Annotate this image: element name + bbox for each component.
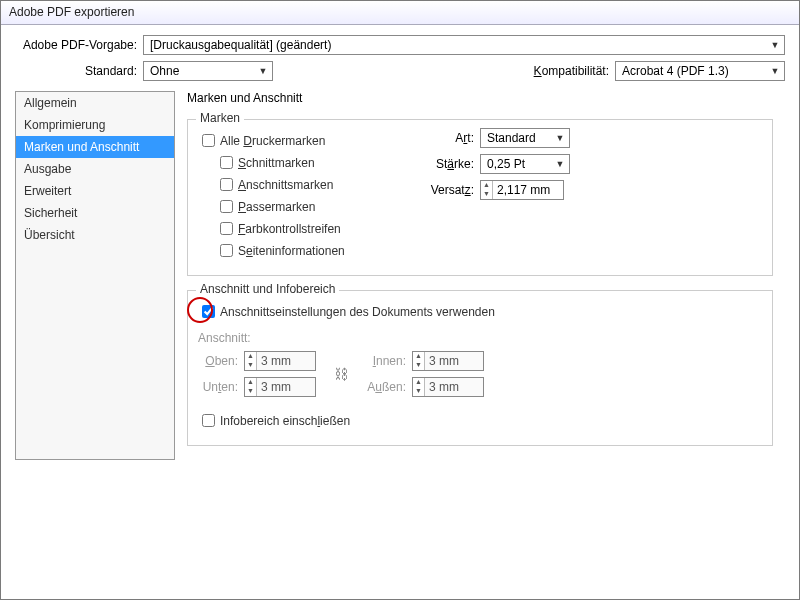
- spin-up-icon[interactable]: ▲: [413, 378, 424, 387]
- mark-type-combo[interactable]: Standard▼: [480, 128, 570, 148]
- bleed-top-spin[interactable]: ▲▼: [244, 351, 316, 371]
- bleed-marks-checkbox[interactable]: [220, 178, 233, 191]
- bleed-bottom-input: [257, 378, 315, 396]
- spin-up-icon[interactable]: ▲: [413, 352, 424, 361]
- spin-up-icon[interactable]: ▲: [245, 378, 256, 387]
- all-marks-label: Alle Druckermarken: [220, 134, 325, 148]
- chevron-down-icon: ▼: [768, 66, 782, 76]
- crop-marks-checkbox[interactable]: [220, 156, 233, 169]
- mark-offset-input[interactable]: [493, 181, 563, 199]
- sidebar-item-compression[interactable]: Komprimierung: [16, 114, 174, 136]
- spin-down-icon[interactable]: ▼: [245, 387, 256, 396]
- sidebar-item-security[interactable]: Sicherheit: [16, 202, 174, 224]
- spin-down-icon[interactable]: ▼: [481, 190, 492, 199]
- color-bars-checkbox[interactable]: [220, 222, 233, 235]
- bleed-group: Anschnitt und Infobereich Anschnittseins…: [187, 290, 773, 446]
- bleed-top-label: Oben:: [198, 354, 244, 368]
- standard-label: Standard:: [15, 64, 143, 78]
- bleed-inner-input: [425, 352, 483, 370]
- compat-combo[interactable]: Acrobat 4 (PDF 1.3) ▼: [615, 61, 785, 81]
- use-document-bleed-label: Anschnittseinstellungen des Dokuments ve…: [220, 305, 495, 319]
- mark-type-label: Art:: [428, 131, 480, 145]
- link-icon[interactable]: ⛓: [334, 366, 348, 382]
- mark-weight-label: Stärke:: [428, 157, 480, 171]
- bleed-bottom-label: Unten:: [198, 380, 244, 394]
- mark-weight-combo[interactable]: 0,25 Pt▼: [480, 154, 570, 174]
- marks-group-title: Marken: [196, 111, 244, 125]
- include-slug-label: Infobereich einschließen: [220, 414, 350, 428]
- all-marks-checkbox[interactable]: [202, 134, 215, 147]
- registration-marks-checkbox[interactable]: [220, 200, 233, 213]
- bleed-outer-spin[interactable]: ▲▼: [412, 377, 484, 397]
- preset-value: [Druckausgabequalität] (geändert): [150, 38, 768, 52]
- category-sidebar: Allgemein Komprimierung Marken und Ansch…: [15, 91, 175, 460]
- bleed-outer-input: [425, 378, 483, 396]
- bleed-group-title: Anschnitt und Infobereich: [196, 282, 339, 296]
- registration-marks-label: Passermarken: [238, 200, 315, 214]
- spin-down-icon[interactable]: ▼: [245, 361, 256, 370]
- export-pdf-dialog: Adobe PDF exportieren Adobe PDF-Vorgabe:…: [0, 0, 800, 600]
- page-heading: Marken und Anschnitt: [187, 91, 773, 105]
- standard-combo[interactable]: Ohne ▼: [143, 61, 273, 81]
- crop-marks-label: Schnittmarken: [238, 156, 315, 170]
- page-info-label: Seiteninformationen: [238, 244, 345, 258]
- sidebar-item-advanced[interactable]: Erweitert: [16, 180, 174, 202]
- bleed-marks-label: Anschnittsmarken: [238, 178, 333, 192]
- sidebar-item-output[interactable]: Ausgabe: [16, 158, 174, 180]
- mark-offset-label: Versatz:: [428, 183, 480, 197]
- mark-offset-spin[interactable]: ▲▼: [480, 180, 564, 200]
- color-bars-label: Farbkontrollstreifen: [238, 222, 341, 236]
- preset-label: Adobe PDF-Vorgabe:: [15, 38, 143, 52]
- bleed-subhead: Anschnitt:: [198, 331, 762, 345]
- mark-weight-value: 0,25 Pt: [487, 157, 553, 171]
- spin-up-icon[interactable]: ▲: [481, 181, 492, 190]
- chevron-down-icon: ▼: [768, 40, 782, 50]
- sidebar-item-general[interactable]: Allgemein: [16, 92, 174, 114]
- mark-type-value: Standard: [487, 131, 553, 145]
- compat-value: Acrobat 4 (PDF 1.3): [622, 64, 768, 78]
- bleed-outer-label: Außen:: [366, 380, 412, 394]
- include-slug-checkbox[interactable]: [202, 414, 215, 427]
- window-title: Adobe PDF exportieren: [1, 1, 799, 25]
- sidebar-item-marks-bleed[interactable]: Marken und Anschnitt: [16, 136, 174, 158]
- spin-down-icon[interactable]: ▼: [413, 361, 424, 370]
- use-document-bleed-checkbox[interactable]: [202, 305, 215, 318]
- chevron-down-icon: ▼: [256, 66, 270, 76]
- spin-up-icon[interactable]: ▲: [245, 352, 256, 361]
- standard-value: Ohne: [150, 64, 256, 78]
- bleed-inner-label: Innen:: [366, 354, 412, 368]
- chevron-down-icon: ▼: [553, 133, 567, 143]
- bleed-inner-spin[interactable]: ▲▼: [412, 351, 484, 371]
- page-info-checkbox[interactable]: [220, 244, 233, 257]
- spin-down-icon[interactable]: ▼: [413, 387, 424, 396]
- sidebar-item-summary[interactable]: Übersicht: [16, 224, 174, 246]
- bleed-bottom-spin[interactable]: ▲▼: [244, 377, 316, 397]
- marks-group: Marken Alle Druckermarken Schnittmarken …: [187, 119, 773, 276]
- chevron-down-icon: ▼: [553, 159, 567, 169]
- preset-combo[interactable]: [Druckausgabequalität] (geändert) ▼: [143, 35, 785, 55]
- compat-label: Kompatibilität:: [534, 64, 615, 78]
- bleed-top-input: [257, 352, 315, 370]
